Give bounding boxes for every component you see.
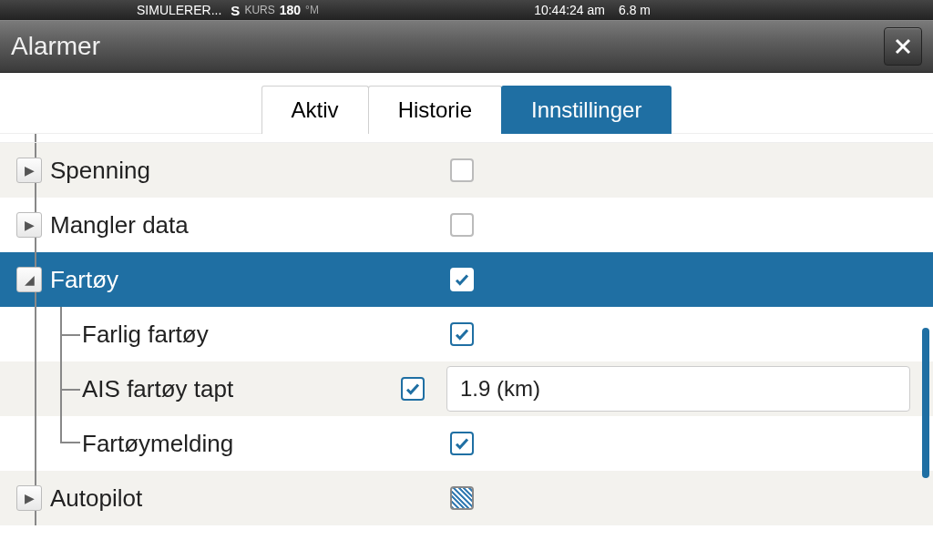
checkbox-mangler-data[interactable] xyxy=(450,213,474,237)
sim-status: SIMULERER... xyxy=(137,3,221,17)
title-bar: Alarmer xyxy=(0,20,933,73)
chevron-right-icon: ▶ xyxy=(25,219,35,231)
chevron-right-icon: ▶ xyxy=(25,164,35,177)
label-fartoymelding: Fartøymelding xyxy=(82,430,355,458)
scrollbar-thumb[interactable] xyxy=(922,328,929,478)
checkbox-ais-tapt[interactable] xyxy=(401,377,425,401)
row-fartoy[interactable]: ◢ Fartøy xyxy=(0,252,933,307)
check-icon xyxy=(454,271,470,288)
tabs: Aktiv Historie Innstillinger xyxy=(0,73,933,134)
label-autopilot: Autopilot xyxy=(50,484,323,513)
label-farlig-fartoy: Farlig fartøy xyxy=(82,321,355,349)
page-title: Alarmer xyxy=(11,32,100,61)
tab-aktiv[interactable]: Aktiv xyxy=(261,86,369,134)
expander-spenning[interactable]: ▶ xyxy=(16,158,42,183)
close-icon xyxy=(892,36,914,57)
check-icon xyxy=(405,381,421,397)
expander-autopilot[interactable]: ▶ xyxy=(16,485,42,511)
heading-display: S KURS 180 °M xyxy=(231,3,319,18)
row-ais-tapt[interactable]: AIS fartøy tapt xyxy=(0,361,933,416)
label-mangler-data: Mangler data xyxy=(50,211,323,239)
checkbox-farlig-fartoy[interactable] xyxy=(450,322,474,346)
status-bar: SIMULERER... S KURS 180 °M 10:44:24 am 6… xyxy=(0,0,933,20)
alarm-settings-list: ▶ Spenning ▶ Mangler data xyxy=(0,133,933,525)
check-icon xyxy=(454,326,470,342)
chevron-down-icon: ◢ xyxy=(25,273,35,286)
expander-mangler-data[interactable]: ▶ xyxy=(16,212,42,238)
check-icon xyxy=(454,435,470,452)
tab-innstillinger[interactable]: Innstillinger xyxy=(501,86,672,134)
close-button[interactable] xyxy=(884,27,922,66)
checkbox-fartoy[interactable] xyxy=(450,268,474,291)
row-mangler-data[interactable]: ▶ Mangler data xyxy=(0,198,933,252)
chevron-right-icon: ▶ xyxy=(25,492,35,504)
checkbox-autopilot[interactable] xyxy=(450,486,474,510)
row-spenning[interactable]: ▶ Spenning xyxy=(0,143,933,198)
label-fartoy: Fartøy xyxy=(50,266,323,294)
expander-fartoy[interactable]: ◢ xyxy=(16,267,42,292)
clock: 10:44:24 am xyxy=(534,3,605,17)
label-ais-tapt: AIS fartøy tapt xyxy=(82,375,401,403)
checkbox-fartoymelding[interactable] xyxy=(450,432,474,455)
row-farlig-fartoy[interactable]: Farlig fartøy xyxy=(0,307,933,361)
depth-reading: 6.8 m xyxy=(619,3,651,17)
content-area: Aktiv Historie Innstillinger ▶ Spenning xyxy=(0,73,933,560)
row-autopilot[interactable]: ▶ Autopilot xyxy=(0,471,933,525)
ais-tapt-value-input[interactable] xyxy=(446,366,910,412)
tab-historie[interactable]: Historie xyxy=(368,86,502,134)
row-fartoymelding[interactable]: Fartøymelding xyxy=(0,416,933,471)
checkbox-spenning[interactable] xyxy=(450,158,474,182)
label-spenning: Spenning xyxy=(50,157,323,185)
